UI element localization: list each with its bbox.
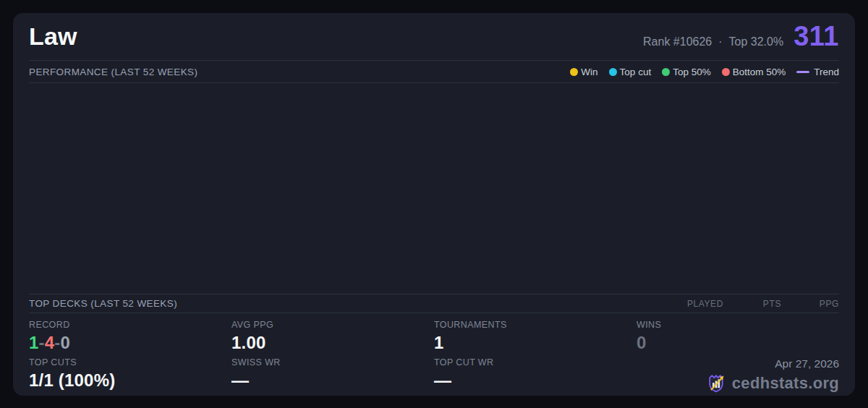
legend-label: Top 50% bbox=[673, 67, 711, 77]
rank-label: Rank #10626 bbox=[643, 35, 712, 48]
top-50-dot-icon bbox=[662, 68, 670, 76]
stat-label: AVG PPG bbox=[231, 319, 434, 331]
page-title: Law bbox=[29, 22, 77, 51]
wins-value: 0 bbox=[637, 331, 839, 354]
bottom-50-dot-icon bbox=[722, 68, 730, 76]
legend-label: Win bbox=[581, 67, 597, 77]
performance-header: PERFORMANCE (LAST 52 WEEKS) Win Top cut … bbox=[29, 61, 839, 83]
record-value: 1-4-0 bbox=[29, 331, 231, 354]
record-wins: 1 bbox=[29, 333, 39, 352]
stat-wins: WINS 0 bbox=[637, 319, 839, 357]
brand-link[interactable]: cedhstats.org bbox=[706, 373, 839, 394]
legend-item-win: Win bbox=[570, 67, 597, 77]
stats-grid: RECORD 1-4-0 AVG PPG 1.00 TOURNAMENTS 1 … bbox=[29, 313, 839, 396]
legend-label: Top cut bbox=[620, 67, 652, 77]
stat-top-cut-wr: TOP CUT WR — bbox=[434, 357, 637, 396]
cedhstats-shield-logo-icon bbox=[706, 373, 726, 394]
win-dot-icon bbox=[570, 68, 578, 76]
record-losses: 4 bbox=[45, 333, 55, 352]
rank-separator: · bbox=[718, 35, 722, 48]
top-cuts-value: 1/1 (100%) bbox=[29, 369, 231, 392]
legend-item-bottom-50: Bottom 50% bbox=[722, 67, 786, 77]
chart-legend: Win Top cut Top 50% Bottom 50% Trend bbox=[570, 67, 839, 77]
legend-item-trend: Trend bbox=[796, 67, 839, 77]
card-header: Law Rank #10626 · Top 32.0% 311 bbox=[29, 13, 839, 61]
stat-label: SWISS WR bbox=[231, 357, 434, 369]
top-decks-columns: PLAYED PTS PPG bbox=[665, 299, 839, 309]
legend-item-top-50: Top 50% bbox=[662, 67, 711, 77]
record-draws: 0 bbox=[61, 333, 71, 352]
stat-label: TOP CUTS bbox=[29, 357, 231, 369]
stat-avg-ppg: AVG PPG 1.00 bbox=[231, 319, 434, 357]
top-decks-header: TOP DECKS (LAST 52 WEEKS) PLAYED PTS PPG bbox=[29, 294, 839, 313]
top-cut-dot-icon bbox=[609, 68, 617, 76]
stat-label: TOP CUT WR bbox=[434, 357, 637, 369]
tournaments-value: 1 bbox=[434, 331, 637, 354]
brand-label: cedhstats.org bbox=[732, 374, 839, 393]
performance-section-label: PERFORMANCE (LAST 52 WEEKS) bbox=[29, 67, 197, 77]
column-header-played: PLAYED bbox=[665, 299, 723, 309]
performance-chart-area bbox=[29, 83, 839, 294]
record-separator: - bbox=[54, 333, 60, 352]
swiss-wr-value: — bbox=[231, 369, 434, 392]
date-label: Apr 27, 2026 bbox=[775, 357, 839, 370]
stat-tournaments: TOURNAMENTS 1 bbox=[434, 319, 637, 357]
top-decks-section-label: TOP DECKS (LAST 52 WEEKS) bbox=[29, 298, 177, 309]
points-value: 311 bbox=[793, 21, 839, 52]
stat-label: TOURNAMENTS bbox=[434, 319, 637, 331]
stats-card: Law Rank #10626 · Top 32.0% 311 PERFORMA… bbox=[13, 13, 855, 396]
stat-label: WINS bbox=[637, 319, 839, 331]
trend-line-icon bbox=[796, 71, 809, 73]
rank-line: Rank #10626 · Top 32.0% bbox=[643, 35, 783, 48]
avg-ppg-value: 1.00 bbox=[231, 331, 434, 354]
footer-brand-cell: Apr 27, 2026 cedhstats.org bbox=[637, 357, 839, 396]
rank-summary: Rank #10626 · Top 32.0% 311 bbox=[643, 21, 839, 52]
legend-label: Bottom 50% bbox=[733, 67, 786, 77]
column-header-ppg: PPG bbox=[781, 299, 839, 309]
stat-top-cuts: TOP CUTS 1/1 (100%) bbox=[29, 357, 231, 396]
stat-swiss-wr: SWISS WR — bbox=[231, 357, 434, 396]
column-header-pts: PTS bbox=[723, 299, 781, 309]
legend-label: Trend bbox=[814, 67, 839, 77]
stat-record: RECORD 1-4-0 bbox=[29, 319, 231, 357]
top-cut-wr-value: — bbox=[434, 369, 637, 392]
record-separator: - bbox=[39, 333, 45, 352]
stat-label: RECORD bbox=[29, 319, 231, 331]
top-percent-label: Top 32.0% bbox=[729, 35, 784, 48]
legend-item-top-cut: Top cut bbox=[609, 67, 652, 77]
